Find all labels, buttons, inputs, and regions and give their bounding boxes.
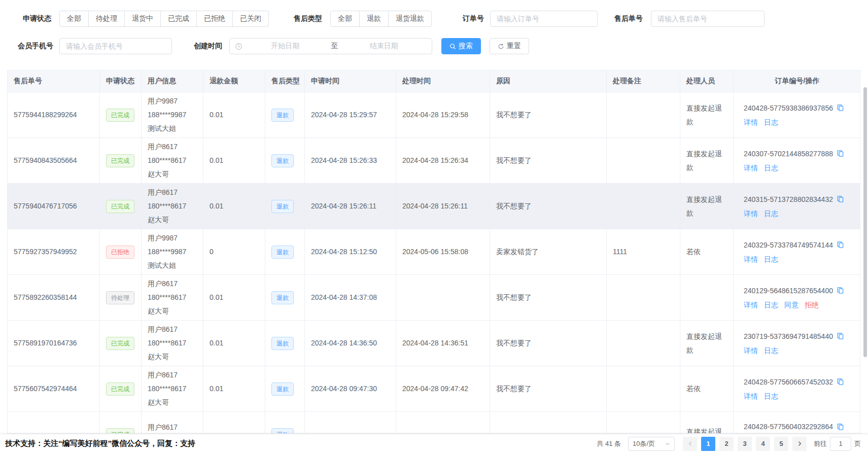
user-info-line: 用户9987: [148, 231, 186, 245]
apply-status-option-4[interactable]: 已拒绝: [196, 11, 233, 27]
apply-status-cell: 已完成: [100, 92, 142, 137]
status-badge: 待处理: [106, 291, 134, 304]
order-ops-cell: 240315-5713728802834432详情日志: [734, 184, 860, 229]
log-link[interactable]: 日志: [764, 299, 778, 311]
goto-page-input[interactable]: [830, 437, 851, 451]
handle-remark-cell: [607, 366, 680, 411]
copy-icon[interactable]: [837, 195, 844, 203]
aftersale-type-option-0[interactable]: 全部: [330, 11, 360, 27]
user-info-line: 用户8617: [148, 186, 186, 199]
page-button-4[interactable]: 4: [756, 437, 770, 451]
member-phone-input[interactable]: [59, 38, 172, 54]
detail-link[interactable]: 详情: [744, 344, 758, 357]
apply-time-cell: 2024-04-28 14:37:08: [305, 275, 396, 320]
aftersale-no-input[interactable]: [651, 11, 765, 27]
copy-icon[interactable]: [837, 104, 844, 112]
end-date-placeholder[interactable]: 结束日期: [341, 42, 427, 51]
handler-cell: 直接发起退款: [680, 321, 734, 366]
user-info-line: 用户8617: [148, 277, 186, 291]
handler-cell: 若依: [680, 229, 734, 274]
handle-remark-cell: 1111: [607, 229, 680, 274]
table-row: 5775927357949952已拒绝用户9987188****9987测试大姐…: [8, 229, 860, 275]
copy-icon[interactable]: [837, 150, 844, 157]
order-no-input[interactable]: [490, 11, 598, 27]
detail-link[interactable]: 详情: [744, 253, 758, 265]
reason-cell: 我不想要了: [490, 321, 607, 366]
page-buttons: 12345: [697, 437, 788, 451]
log-link[interactable]: 日志: [764, 253, 778, 265]
detail-link[interactable]: 详情: [744, 207, 758, 220]
aftersale-type-option-1[interactable]: 退款: [359, 11, 389, 27]
log-link[interactable]: 日志: [764, 162, 778, 174]
aftersale-type-cell: 退款: [265, 366, 305, 411]
refund-amount-cell: 0.01: [203, 321, 265, 366]
log-link[interactable]: 日志: [764, 344, 778, 357]
search-button[interactable]: 搜索: [441, 38, 481, 54]
user-info-lines: 用户9987188****9987测试大姐: [148, 94, 186, 135]
apply-status-option-0[interactable]: 全部: [59, 11, 89, 27]
reset-button[interactable]: 重置: [490, 38, 529, 54]
create-time-range-picker[interactable]: 开始日期 至 结束日期: [229, 38, 432, 54]
action-links: 详情日志同意拒绝: [744, 299, 855, 311]
reject-link[interactable]: 拒绝: [805, 299, 819, 311]
column-header-6: 处理时间: [396, 71, 490, 92]
reason-cell: 我不想要了: [490, 184, 607, 229]
apply-status-option-1[interactable]: 待处理: [88, 11, 125, 27]
detail-link[interactable]: 详情: [744, 162, 758, 174]
type-badge: 退款: [271, 337, 294, 350]
vertical-scrollbar[interactable]: [863, 87, 867, 357]
page-button-1[interactable]: 1: [701, 437, 715, 451]
apply-status-option-5[interactable]: 已关闭: [232, 11, 269, 27]
approve-link[interactable]: 同意: [784, 299, 798, 311]
column-header-3: 退款金额: [203, 71, 265, 92]
handle-time-cell: [396, 412, 490, 434]
column-header-5: 申请时间: [305, 71, 396, 92]
user-info-line: 用户8617: [148, 323, 186, 336]
apply-status-option-2[interactable]: 退货中: [124, 11, 161, 27]
page-button-5[interactable]: 5: [774, 437, 788, 451]
user-info-cell: 用户8617180****8617赵大哥: [142, 184, 203, 229]
user-info-line: 188****9987: [148, 245, 186, 259]
detail-link[interactable]: 详情: [744, 390, 758, 402]
aftersale-type-option-2[interactable]: 退货退款: [388, 11, 432, 27]
copy-icon[interactable]: [837, 332, 844, 340]
start-date-placeholder[interactable]: 开始日期: [242, 42, 328, 51]
refund-amount-cell: 0.01: [203, 275, 265, 320]
clock-icon: [235, 43, 242, 50]
page-button-3[interactable]: 3: [738, 437, 752, 451]
handle-remark-cell: [607, 138, 680, 183]
status-badge: 已完成: [106, 200, 134, 213]
log-link[interactable]: 日志: [764, 116, 778, 128]
order-ops-cell: 230719-5373694791485440详情日志: [734, 321, 860, 366]
apply-status-cell: 已完成: [100, 138, 142, 183]
user-info-line: 赵大哥: [148, 304, 186, 318]
copy-icon[interactable]: [837, 423, 844, 431]
apply-status-cell: 已完成: [100, 321, 142, 366]
next-page-button[interactable]: [792, 437, 807, 451]
user-info-cell: 用户9987188****9987测试大姐: [142, 229, 203, 274]
copy-icon[interactable]: [837, 378, 844, 386]
handle-time-cell: 2024-04-28 15:26:34: [396, 138, 490, 183]
page-button-2[interactable]: 2: [719, 437, 734, 451]
refund-amount-cell: [203, 412, 265, 434]
reason-cell: 我不想要了: [490, 92, 607, 137]
apply-time-cell: 2024-04-28 14:36:50: [305, 321, 396, 366]
user-info-line: 赵大哥: [148, 167, 186, 181]
log-link[interactable]: 日志: [764, 207, 778, 220]
column-header-8: 处理备注: [607, 71, 680, 92]
copy-icon[interactable]: [837, 241, 844, 249]
user-info-line: 180****8617: [148, 154, 186, 167]
aftersale-type-cell: 退款: [265, 184, 305, 229]
page-size-select[interactable]: 10条/页: [628, 437, 675, 451]
refund-amount-cell: 0.01: [203, 366, 265, 411]
detail-link[interactable]: 详情: [744, 116, 758, 128]
detail-link[interactable]: 详情: [744, 299, 758, 311]
apply-status-option-3[interactable]: 已完成: [160, 11, 197, 27]
log-link[interactable]: 日志: [764, 390, 778, 402]
aftersale-no-label: 售后单号: [614, 14, 643, 23]
action-links: 详情日志: [744, 116, 855, 128]
order-no-label: 订单号: [463, 14, 484, 23]
aftersale-type-filter-group: 全部退款退货退款: [330, 11, 432, 27]
prev-page-button[interactable]: [683, 437, 697, 451]
copy-icon[interactable]: [837, 287, 844, 294]
